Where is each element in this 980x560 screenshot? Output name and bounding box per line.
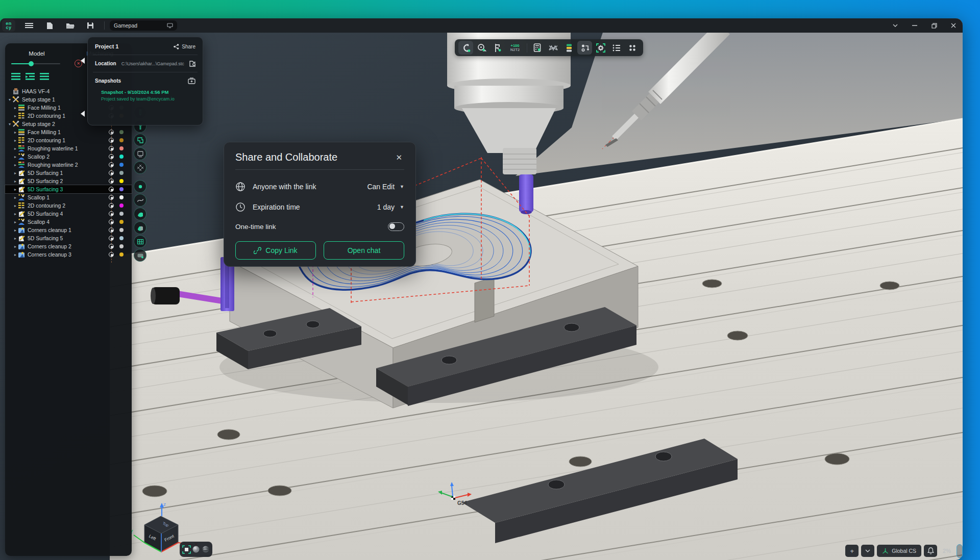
tree-item-corners-cleanup-3[interactable]: ▸Corners cleanup 3 [5, 250, 132, 259]
apps-grid-icon[interactable] [625, 41, 640, 55]
chevron-closed-icon[interactable]: ▸ [13, 146, 18, 151]
compact-list-view-icon[interactable] [40, 73, 49, 80]
chevron-closed-icon[interactable]: ▸ [13, 130, 18, 135]
operation-color-dot[interactable] [119, 203, 124, 208]
browse-folder-icon[interactable] [189, 60, 195, 67]
curve-icon[interactable] [134, 194, 146, 207]
tree-item-5d-surfacing-5[interactable]: ▸5D Surfacing 5 [5, 234, 132, 242]
visibility-target-icon[interactable] [109, 236, 114, 241]
chevron-down-icon[interactable]: ▼ [400, 205, 404, 210]
snapshot-entry[interactable]: Snapshot - 9/10/2024 4:56 PM [101, 89, 195, 95]
tree-item-roughing-waterline-1[interactable]: ▸Roughing waterline 1 [5, 144, 132, 152]
chevron-down-icon[interactable]: ▼ [400, 184, 404, 189]
copy-link-button[interactable]: Copy Link [235, 241, 316, 260]
tree-item-5d-surfacing-2[interactable]: ▸5D Surfacing 2 [5, 177, 132, 185]
notifications-button[interactable] [924, 545, 937, 557]
app-logo[interactable]: en cy [2, 19, 15, 32]
toolpath-points-icon[interactable] [577, 41, 592, 55]
chevron-closed-icon[interactable]: ▸ [13, 114, 18, 118]
tree-item-2d-contouring-2[interactable]: ▸2D contouring 2 [5, 201, 132, 210]
minimize-button[interactable] [911, 21, 919, 30]
visibility-target-icon[interactable] [109, 244, 114, 249]
operation-color-dot[interactable] [119, 228, 124, 232]
chevron-closed-icon[interactable]: ▸ [13, 187, 18, 192]
operation-color-dot[interactable] [119, 187, 124, 191]
zoom-menu-button[interactable] [861, 545, 874, 557]
operation-color-dot[interactable] [119, 244, 124, 248]
chevron-closed-icon[interactable]: ▸ [13, 203, 18, 208]
visibility-target-icon[interactable] [109, 146, 114, 151]
tab-model[interactable]: Model [5, 47, 68, 60]
new-file-icon[interactable] [43, 20, 56, 31]
mesh-icon[interactable] [134, 161, 146, 174]
link-access-value[interactable]: Can Edit [367, 183, 395, 191]
visibility-target-icon[interactable] [109, 187, 114, 192]
list-view-icon[interactable] [11, 73, 20, 80]
fit-view-icon[interactable] [182, 545, 191, 554]
tree-item-2d-contouring-1[interactable]: ▸2D contouring 1 [5, 136, 132, 144]
chevron-closed-icon[interactable]: ▸ [13, 163, 18, 167]
share-button[interactable]: Share [174, 44, 195, 49]
chevron-closed-icon[interactable]: ▸ [13, 236, 18, 241]
tool-stack-icon[interactable] [561, 41, 576, 55]
operation-color-dot[interactable] [119, 155, 124, 159]
operation-color-dot[interactable] [119, 138, 124, 142]
chevron-open-icon[interactable]: ▾ [7, 97, 12, 102]
operation-color-dot[interactable] [119, 236, 124, 240]
visibility-target-icon[interactable] [109, 130, 114, 135]
operation-color-dot[interactable] [119, 171, 124, 175]
one-time-link-toggle[interactable] [388, 222, 404, 231]
operation-color-dot[interactable] [119, 179, 124, 183]
table-grid-icon[interactable] [134, 235, 146, 248]
panel-collapse-arrow[interactable] [81, 58, 85, 64]
calculator-tool-icon[interactable] [530, 41, 545, 55]
visibility-target-icon[interactable] [109, 195, 114, 200]
tree-item-face-milling-1[interactable]: ▸Face Milling 1 [5, 128, 132, 136]
tree-item-scallop-2[interactable]: ▸Scallop 2 [5, 152, 132, 161]
operation-color-dot[interactable] [119, 146, 124, 150]
close-button[interactable] [949, 21, 958, 30]
tree-item-5d-surfacing-3[interactable]: ▸5D Surfacing 3 [5, 185, 132, 193]
tree-item-5d-surfacing-4[interactable]: ▸5D Surfacing 4 [5, 210, 132, 218]
tree-item-corners-cleanup-1[interactable]: ▸Corners cleanup 1 [5, 226, 132, 234]
points-icon[interactable] [134, 180, 146, 193]
surface-icon[interactable] [134, 208, 146, 220]
operation-color-dot[interactable] [119, 163, 124, 167]
chevron-closed-icon[interactable]: ▸ [13, 220, 18, 224]
visibility-target-icon[interactable] [109, 179, 114, 184]
close-icon[interactable]: ✕ [394, 152, 404, 163]
zoom-in-button[interactable]: + [845, 545, 859, 557]
chevron-closed-icon[interactable]: ▸ [13, 212, 18, 216]
chevron-closed-icon[interactable]: ▸ [13, 228, 18, 233]
play-list-view-icon[interactable] [26, 73, 35, 80]
operation-color-dot[interactable] [119, 130, 124, 134]
deviation-analysis-tool-icon[interactable] [546, 41, 560, 55]
active-file-selector[interactable]: Gamepad [110, 20, 177, 31]
add-snapshot-icon[interactable] [188, 78, 195, 84]
machine-icon[interactable] [134, 147, 146, 160]
chevron-closed-icon[interactable]: ▸ [13, 171, 18, 175]
visibility-target-icon[interactable] [109, 138, 114, 143]
open-chat-button[interactable]: Open chat [324, 241, 404, 260]
chevron-open-icon[interactable]: ▾ [7, 122, 12, 126]
rendered-view-icon[interactable] [202, 545, 210, 553]
visibility-target-icon[interactable] [109, 227, 114, 233]
tree-item-5d-surfacing-1[interactable]: ▸5D Surfacing 1 [5, 169, 132, 177]
shaded-surface-icon[interactable] [134, 221, 146, 234]
chevron-down-icon[interactable] [891, 21, 899, 30]
visibility-target-icon[interactable] [109, 211, 114, 216]
tree-item-corners-cleanup-2[interactable]: ▸Corners cleanup 2 [5, 242, 132, 250]
restore-button[interactable] [930, 21, 938, 30]
caliper-tool-icon[interactable] [490, 41, 505, 55]
expiration-value[interactable]: 1 day [377, 203, 395, 211]
save-icon[interactable] [84, 20, 97, 31]
chevron-closed-icon[interactable]: ▸ [13, 179, 18, 184]
chevron-closed-icon[interactable]: ▸ [13, 106, 18, 110]
visibility-target-icon[interactable] [109, 219, 114, 224]
tree-item-roughing-waterline-2[interactable]: ▸Roughing waterline 2 [5, 161, 132, 169]
simulation-settings-icon[interactable] [593, 41, 608, 55]
visibility-target-icon[interactable] [109, 170, 114, 175]
feed-speed-display[interactable]: +100N2T2 [506, 41, 524, 55]
open-folder-icon[interactable] [63, 20, 77, 31]
operation-color-dot[interactable] [119, 252, 124, 257]
